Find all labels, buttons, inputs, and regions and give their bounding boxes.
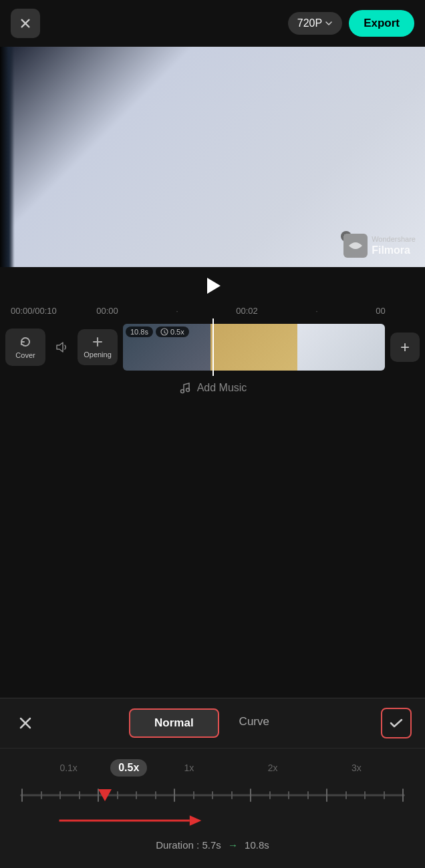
- plus-large-icon: +: [400, 338, 410, 357]
- quality-selector[interactable]: 720P: [288, 12, 342, 35]
- timeline-area: Cover Opening 10.8s: [0, 318, 425, 376]
- filmora-sub: Wondershare: [372, 235, 416, 244]
- play-button[interactable]: [196, 274, 229, 298]
- filmora-icon: [343, 234, 368, 258]
- bottom-panel: Normal Curve 0.1x 0.5x 1x 2x 3x: [0, 698, 425, 868]
- slider-ticks: [20, 789, 405, 802]
- tick: [79, 791, 80, 799]
- cover-button[interactable]: Cover: [5, 329, 45, 366]
- speed-badge: 0.5x: [156, 327, 189, 337]
- slider-thumb[interactable]: [98, 789, 112, 801]
- opening-button[interactable]: Opening: [78, 329, 118, 365]
- top-bar: 720P Export: [0, 0, 425, 47]
- filmora-watermark: ✕ Wondershare Filmora: [343, 234, 416, 258]
- opening-label: Opening: [84, 351, 112, 359]
- speed-slider-area: 0.1x 0.5x 1x 2x 3x: [0, 748, 425, 868]
- speed-tabs: Normal Curve: [129, 708, 289, 738]
- frame-thumb-3: [297, 324, 385, 371]
- time-bar: 00:00/00:10 00:00 · 00:02 · 00: [0, 303, 425, 318]
- tab-curve[interactable]: Curve: [219, 708, 289, 738]
- speed-labels: 0.1x 0.5x 1x 2x 3x: [13, 759, 412, 777]
- badge-speed: 0.5x: [170, 328, 184, 336]
- export-button[interactable]: Export: [349, 10, 414, 37]
- timeline-badges: 10.8s 0.5x: [126, 327, 189, 337]
- quality-label: 720P: [297, 17, 322, 29]
- tick: [364, 791, 366, 799]
- close-button[interactable]: [11, 9, 40, 38]
- tick: [326, 789, 327, 802]
- tick: [269, 791, 271, 799]
- tick: [384, 791, 385, 799]
- tick: [21, 789, 23, 802]
- tick: [345, 791, 347, 799]
- tick: [307, 791, 309, 799]
- tick: [250, 789, 251, 802]
- total-time: 00:10: [35, 306, 57, 316]
- top-right-controls: 720P Export: [288, 10, 414, 37]
- red-arrow-area: [20, 809, 405, 833]
- cover-label: Cover: [15, 351, 35, 359]
- time-marks: 00:00 · 00:02 · 00: [67, 306, 414, 316]
- tick: [174, 789, 175, 802]
- video-preview: ✕ Wondershare Filmora: [0, 47, 425, 267]
- tick: [155, 791, 156, 799]
- tick: [136, 791, 137, 799]
- music-note-icon: [178, 381, 192, 395]
- plus-small-icon: [92, 336, 104, 348]
- filmora-icon-wrap: ✕: [343, 234, 368, 258]
- left-vignette: [0, 47, 15, 267]
- svg-point-7: [180, 390, 184, 393]
- tick: [212, 791, 213, 799]
- add-music-row[interactable]: Add Music: [168, 376, 258, 400]
- tick: [117, 791, 118, 799]
- time-display: 00:00/00:10: [11, 306, 67, 316]
- speed-icon: [160, 328, 168, 336]
- speed-label-2x: 2x: [231, 763, 315, 773]
- speed-label-3x: 3x: [315, 763, 398, 773]
- tab-normal[interactable]: Normal: [129, 708, 219, 738]
- add-clip-button[interactable]: +: [390, 333, 420, 362]
- refresh-icon: [19, 335, 32, 349]
- duration-badge: 10.8s: [126, 327, 153, 337]
- duration-row: Duration : 5.7s → 10.8s: [13, 833, 412, 861]
- time-mark-2: 00:02: [236, 306, 258, 316]
- tick: [59, 791, 61, 799]
- check-icon: [388, 715, 404, 731]
- frame-thumb-2: [210, 324, 298, 371]
- filmora-brand: Filmora: [372, 244, 416, 256]
- svg-marker-3: [207, 278, 221, 294]
- timeline-strip[interactable]: 10.8s 0.5x: [123, 324, 385, 371]
- tick: [231, 791, 233, 799]
- confirm-button[interactable]: [381, 708, 412, 738]
- current-time: 00:00: [11, 306, 33, 316]
- tick: [402, 789, 404, 802]
- filmora-text: Wondershare Filmora: [372, 235, 416, 256]
- speed-label-active: 0.5x: [110, 759, 147, 777]
- svg-point-8: [186, 389, 189, 392]
- volume-button[interactable]: [51, 337, 72, 358]
- player-area: 00:00/00:10 00:00 · 00:02 · 00 Cover: [0, 267, 425, 394]
- tick: [193, 791, 194, 799]
- speed-tabs-row: Normal Curve: [0, 698, 425, 748]
- tick: [41, 791, 42, 799]
- speed-slider-track[interactable]: [20, 782, 405, 809]
- red-arrow-svg: [20, 809, 405, 833]
- add-music-label: Add Music: [197, 382, 247, 394]
- duration-arrow: →: [228, 839, 238, 851]
- speed-label-01x: 0.1x: [27, 763, 110, 773]
- badge-duration: 10.8s: [130, 328, 148, 336]
- svg-marker-12: [190, 815, 202, 826]
- cancel-button[interactable]: [13, 711, 37, 735]
- tick: [288, 791, 289, 799]
- time-mark-3: 00: [376, 306, 385, 316]
- duration-label: Duration : 5.7s: [156, 839, 221, 851]
- time-mark-1: 00:00: [96, 306, 118, 316]
- speed-label-1x: 1x: [147, 763, 231, 773]
- duration-after: 10.8s: [245, 839, 269, 851]
